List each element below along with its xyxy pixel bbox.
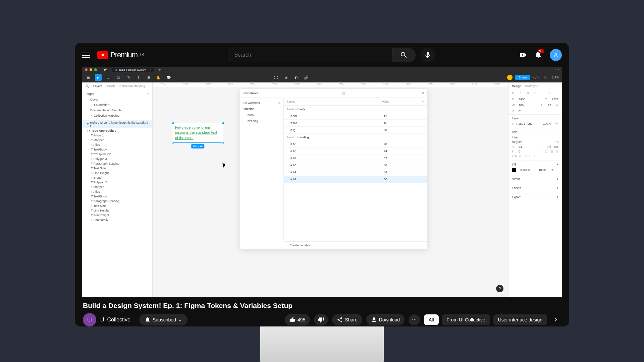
group-layer: ⬚ Type Approaches <box>82 128 152 133</box>
text-tool: T <box>135 74 142 81</box>
chips-next-button[interactable] <box>550 314 561 325</box>
size-tag: 186 × 60 <box>191 144 204 148</box>
crop-icon: ⛶ <box>273 74 279 81</box>
hand-tool: ✋ <box>155 74 162 81</box>
text-align-center-icon: ≣ <box>515 155 518 158</box>
chip-topic[interactable]: User interface design <box>493 314 547 325</box>
frame-tool: # <box>105 74 112 81</box>
hamburger-menu[interactable] <box>82 51 90 59</box>
all-variables-item: All variables 9 <box>240 100 283 106</box>
subscribed-button[interactable]: Subscribed ⌄ <box>139 314 187 325</box>
download-icon <box>371 317 377 323</box>
layer-item: T Line Height <box>82 171 152 175</box>
search-input[interactable] <box>228 48 392 62</box>
more-icon: ⋯ <box>555 67 559 72</box>
like-button[interactable]: 495 <box>285 314 310 325</box>
fontsize-group: fontsize <box>240 106 283 112</box>
variable-row: # lg20 <box>284 127 427 134</box>
layer-item: T Mapped <box>82 138 152 142</box>
selected-text-frame: Hello everyone lorem ipsum is the standa… <box>173 123 223 143</box>
fixed-size-icon: ⊡ <box>550 150 553 153</box>
valign-bot-icon: ⊥ <box>533 155 536 158</box>
region-code: TR <box>140 53 144 56</box>
move-tool: ▸ <box>95 74 102 81</box>
remove-icon: − <box>557 168 558 172</box>
align-bottom-icon: ⊔ <box>548 92 550 95</box>
layer-item: T Paragraph Spacing <box>82 199 152 203</box>
dislike-button[interactable] <box>314 314 328 325</box>
youtube-logo[interactable]: Premium TR <box>97 51 144 59</box>
chip-from-channel[interactable]: From UI Collective <box>442 314 490 325</box>
share-button[interactable]: Share <box>332 314 362 325</box>
align-top-icon: ⊓ <box>534 92 536 95</box>
chevron-down-icon: ⌄ <box>260 92 263 95</box>
auto-width-icon: ↔ <box>539 150 542 153</box>
page-item: --- Foundation --- <box>86 102 149 108</box>
notifications-button[interactable]: 9+ <box>534 50 542 60</box>
file-tab: ▣ Build a Design System × <box>112 68 154 72</box>
horizontal-ruler: 4400445045004550460046504700475048004850… <box>153 82 508 87</box>
layer-item: T Brand <box>82 175 152 180</box>
search-button[interactable] <box>392 48 416 62</box>
variables-panel: responsive ⌄ ⋯ ▢ × All variables 9 fonts… <box>240 88 428 249</box>
body-subgroup: body <box>240 112 283 118</box>
heading-subgroup: heading <box>240 118 283 124</box>
close-tab-icon: × <box>149 68 151 71</box>
close-icon: × <box>422 91 424 96</box>
layer-item: T Text Size <box>82 203 152 208</box>
valign-mid-icon: ⊢ <box>529 155 532 158</box>
maximize-dot <box>94 68 97 71</box>
menu-tool: ☰ <box>85 74 92 81</box>
account-avatar[interactable]: A <box>550 49 562 61</box>
comment-tool: 💬 <box>165 74 172 81</box>
create-icon[interactable] <box>519 51 527 59</box>
layer-item: T Polygon 3 <box>82 157 152 161</box>
selected-layer: T Hello everyone lorem ipsum is the stan… <box>82 120 152 128</box>
layer-item: T Line Height <box>82 208 152 213</box>
figma-titlebar: ▣ Build a Design System × + ⋯ <box>82 67 562 72</box>
add-effect-icon: + <box>557 186 558 190</box>
chevron-right-icon <box>552 316 559 323</box>
channel-avatar[interactable]: UI <box>83 313 96 326</box>
figma-left-panel: 🔍 Layers Assets Collection Mapping Pages… <box>82 82 153 297</box>
add-export-icon: + <box>557 195 558 199</box>
layer-item: T Mapped <box>82 185 152 189</box>
search-icon: 🔍 <box>86 84 89 88</box>
collaborator-avatar <box>507 75 513 80</box>
layer-item: T Text Size <box>82 166 152 171</box>
layer-item: T Polygon 2 <box>82 180 152 185</box>
channel-name[interactable]: UI Collective <box>100 317 130 323</box>
page-item: ✓ Collection Mapping <box>86 113 149 118</box>
chip-all[interactable]: All <box>424 314 439 325</box>
align-left-icon: ⊏ <box>512 92 514 95</box>
layer-item: T Font weight <box>82 213 152 218</box>
more-icon: ⋯ <box>336 92 339 95</box>
valign-top-icon: ⊤ <box>525 155 528 158</box>
prototype-tab: Prototype <box>525 84 538 88</box>
distribute-icon: ⋮ <box>556 92 558 95</box>
link-icon: 🔗 <box>303 74 310 81</box>
search-icon <box>400 51 408 59</box>
mask-icon: ◐ <box>293 74 300 81</box>
visibility-icon: 👁 <box>555 122 558 125</box>
variable-row: # h248 <box>284 169 427 176</box>
chevron-down-icon: ⌄ <box>178 317 182 322</box>
page-item: Documentation Sample <box>86 108 149 113</box>
figma-right-panel: DesignPrototype ⊏⫯⊐⊓⫲⊔⋮ X4400Y2227 W186H… <box>508 82 562 297</box>
collection-tab: Collection Mapping <box>119 84 145 88</box>
download-button[interactable]: Download <box>366 314 405 325</box>
constrain-icon: ⇄ <box>556 104 558 107</box>
close-dot <box>85 68 88 71</box>
design-tab: Design <box>512 84 521 88</box>
variable-row: # sm12 <box>284 113 427 120</box>
layer-item: T Font family <box>82 218 152 222</box>
figma-app-frame: ▣ Build a Design System × + ⋯ ☰ ▸ # □ ✎ … <box>82 67 562 297</box>
voice-search-button[interactable] <box>420 48 435 62</box>
video-player[interactable]: ▣ Build a Design System × + ⋯ ☰ ▸ # □ ✎ … <box>82 67 562 297</box>
share-button: Share <box>515 75 530 80</box>
more-actions-button[interactable]: ⋯ <box>409 314 420 325</box>
add-fill-icon: + <box>557 163 558 166</box>
create-variable-button: + Create variable <box>284 241 427 249</box>
more-icon: ⋯ <box>555 155 558 158</box>
add-stroke-icon: + <box>557 177 558 181</box>
